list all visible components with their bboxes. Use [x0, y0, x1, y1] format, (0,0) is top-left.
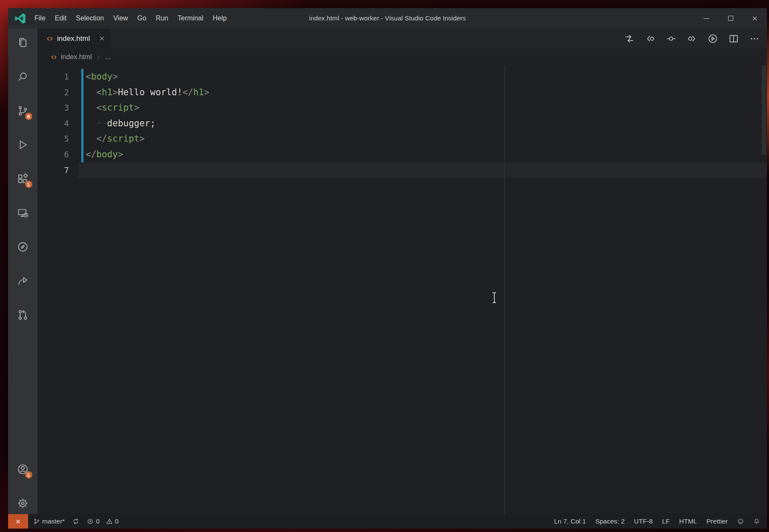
activity-bar-top: 81	[8, 28, 37, 325]
breadcrumb: index.html...	[37, 48, 767, 65]
warning-icon	[106, 518, 113, 525]
status-eol-label: LF	[662, 518, 670, 525]
status-notifications[interactable]	[753, 518, 760, 525]
editor-actions	[624, 28, 767, 48]
menu-run[interactable]: Run	[151, 8, 173, 28]
menu-terminal[interactable]: Terminal	[173, 8, 208, 28]
run-debug-icon	[17, 139, 29, 151]
window-controls	[694, 8, 767, 28]
maximize-button[interactable]	[718, 8, 743, 28]
activity-github-pull-requests[interactable]	[13, 304, 33, 325]
status-feedback[interactable]	[737, 518, 744, 525]
browser-preview-icon	[17, 241, 29, 253]
status-formatter[interactable]: Prettier	[706, 518, 728, 525]
status-bar: master*00 Ln 7, Col 1Spaces: 2UTF-8LFHTM…	[8, 514, 767, 529]
line-number[interactable]: 4	[37, 116, 78, 131]
open-changes-icon[interactable]	[624, 33, 635, 44]
error-icon	[87, 518, 94, 525]
git-modified-gutter-bar	[81, 69, 83, 162]
activity-remote-explorer[interactable]	[13, 202, 33, 223]
close-button[interactable]	[743, 8, 767, 28]
menu-edit[interactable]: Edit	[50, 8, 71, 28]
line-content: </body>	[78, 147, 123, 162]
maximize-icon	[728, 16, 733, 21]
menu-help[interactable]: Help	[208, 8, 232, 28]
code-line-3[interactable]: 3 <script>	[37, 100, 767, 116]
activity-run-and-debug[interactable]	[13, 134, 33, 155]
code-editor[interactable]: 1<body>2 <h1>Hello world!</h1>3 <script>…	[37, 65, 767, 514]
activity-explorer[interactable]	[13, 32, 33, 53]
status-cursor-position[interactable]: Ln 7, Col 1	[554, 518, 586, 525]
activity-live-preview[interactable]	[13, 236, 33, 257]
line-number[interactable]: 3	[37, 100, 78, 116]
remote-icon	[14, 518, 22, 525]
line-content: ··debugger;	[78, 116, 155, 131]
line-number[interactable]: 2	[37, 85, 78, 100]
menu-file[interactable]: File	[30, 8, 50, 28]
status-problems-count: 0	[115, 518, 119, 525]
tab-close-icon[interactable]	[98, 35, 106, 42]
bell-icon	[753, 518, 760, 525]
status-problems[interactable]: 00	[87, 518, 118, 525]
editor-scrollbar[interactable]	[762, 65, 766, 155]
git-pull-request-icon	[17, 309, 29, 321]
code-line-1[interactable]: 1<body>	[37, 69, 767, 85]
breadcrumb-item-symbol[interactable]: ...	[105, 53, 111, 61]
code-line-6[interactable]: 6</body>	[37, 147, 767, 162]
status-sync[interactable]	[72, 518, 79, 525]
workbench-main: 81 1 index.html index.html... 1<body>2 <…	[8, 28, 767, 514]
split-editor-icon[interactable]	[728, 33, 739, 44]
html-file-icon	[46, 35, 54, 43]
step-back-icon[interactable]	[645, 33, 656, 44]
code-line-4[interactable]: 4 ··debugger;	[37, 116, 767, 131]
feedback-icon	[737, 518, 744, 525]
gear-icon	[17, 497, 29, 509]
menu-go[interactable]: Go	[133, 8, 151, 28]
activity-accounts[interactable]: 1	[13, 459, 33, 479]
line-number[interactable]: 5	[37, 131, 78, 147]
line-content	[78, 162, 86, 178]
minimize-button[interactable]	[694, 8, 718, 28]
status-cursor-position-label: Ln 7, Col 1	[554, 518, 586, 525]
sync-icon	[72, 518, 79, 525]
html-file-icon	[50, 54, 57, 61]
tab-index-html[interactable]: index.html	[37, 28, 111, 48]
run-icon[interactable]	[707, 33, 718, 44]
activity-settings[interactable]	[13, 493, 33, 513]
status-branch-label: master*	[42, 518, 65, 525]
breadcrumb-item-file[interactable]: index.html	[61, 53, 92, 61]
line-content: <script>	[78, 100, 139, 116]
status-encoding-label: UTF-8	[634, 518, 653, 525]
status-branch[interactable]: master*	[33, 518, 65, 525]
code-line-5[interactable]: 5 </script>	[37, 131, 767, 147]
activity-search[interactable]	[13, 66, 33, 87]
menu-view[interactable]: View	[109, 8, 132, 28]
line-number[interactable]: 6	[37, 147, 78, 162]
line-number[interactable]: 1	[37, 69, 78, 85]
live-share-icon	[17, 275, 29, 287]
status-encoding[interactable]: UTF-8	[634, 518, 653, 525]
git-branch-icon	[33, 518, 40, 525]
activity-source-control[interactable]: 8	[13, 100, 33, 121]
line-content: <body>	[78, 69, 118, 85]
status-indentation[interactable]: Spaces: 2	[595, 518, 625, 525]
status-language-mode-label: HTML	[679, 518, 697, 525]
activity-badge: 1	[25, 181, 32, 188]
window-title: index.html - web-worker - Visual Studio …	[309, 14, 466, 22]
line-number[interactable]: 7	[37, 162, 78, 178]
status-language-mode[interactable]: HTML	[679, 518, 697, 525]
activity-badge: 8	[25, 113, 32, 120]
menu-selection[interactable]: Selection	[71, 8, 109, 28]
editor-group: index.html index.html... 1<body>2 <h1>He…	[37, 28, 767, 514]
status-eol[interactable]: LF	[662, 518, 670, 525]
code-line-7[interactable]: 7	[37, 162, 767, 178]
more-actions-icon[interactable]	[749, 33, 760, 44]
activity-live-share[interactable]	[13, 270, 33, 291]
activity-extensions[interactable]: 1	[13, 168, 33, 189]
record-icon[interactable]	[666, 33, 677, 44]
code-line-2[interactable]: 2 <h1>Hello world!</h1>	[37, 85, 767, 100]
desktop-wallpaper: { "colors": { "accent_badge": "#cc6633",…	[0, 0, 769, 532]
remote-indicator[interactable]	[8, 514, 28, 529]
chevron-right-icon	[95, 54, 102, 60]
step-forward-icon[interactable]	[686, 33, 698, 44]
